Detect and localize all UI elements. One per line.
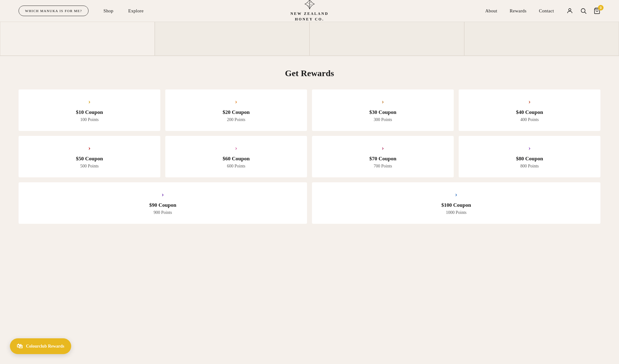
reward-points-80: 800 Points bbox=[520, 164, 539, 169]
strip-card-1 bbox=[0, 22, 155, 56]
reward-arrow-10: › bbox=[88, 98, 90, 105]
reward-points-90: 900 Points bbox=[154, 210, 172, 215]
reward-arrow-60: › bbox=[235, 145, 237, 151]
colourclub-button[interactable]: 🛍 Colourclub Rewards bbox=[10, 338, 71, 354]
colourclub-icon: 🛍 bbox=[17, 343, 23, 350]
reward-card-70[interactable]: › $70 Coupon 700 Points bbox=[312, 136, 454, 177]
reward-arrow-20: › bbox=[235, 98, 237, 105]
reward-card-60[interactable]: › $60 Coupon 600 Points bbox=[165, 136, 307, 177]
logo-text: NEW ZEALANDHONEY CO. bbox=[290, 11, 328, 22]
reward-card-30[interactable]: › $30 Coupon 300 Points bbox=[312, 89, 454, 131]
nav-rewards[interactable]: Rewards bbox=[510, 8, 527, 14]
reward-card-80[interactable]: › $80 Coupon 800 Points bbox=[459, 136, 600, 177]
reward-title-10: $10 Coupon bbox=[76, 109, 103, 115]
nav-shop[interactable]: Shop bbox=[103, 8, 113, 14]
strip-card-2 bbox=[155, 22, 310, 56]
cart-badge: 0 bbox=[598, 5, 604, 11]
svg-point-1 bbox=[581, 9, 585, 13]
reward-arrow-80: › bbox=[528, 145, 530, 151]
reward-points-30: 300 Points bbox=[374, 117, 392, 122]
account-button[interactable] bbox=[566, 7, 573, 14]
top-strip bbox=[0, 22, 619, 56]
nav-contact[interactable]: Contact bbox=[539, 8, 554, 14]
reward-arrow-70: › bbox=[382, 145, 384, 151]
reward-points-100: 1000 Points bbox=[446, 210, 467, 215]
colourclub-label: Colourclub Rewards bbox=[26, 344, 64, 349]
rewards-row-1: › $10 Coupon 100 Points › $20 Coupon 200… bbox=[19, 89, 600, 131]
nav-explore[interactable]: Explore bbox=[128, 8, 144, 14]
navbar: WHICH MANUKA IS FOR ME? Shop Explore NEW… bbox=[0, 0, 619, 22]
reward-card-50[interactable]: › $50 Coupon 500 Points bbox=[19, 136, 160, 177]
account-icon bbox=[566, 7, 573, 14]
reward-points-50: 500 Points bbox=[80, 164, 99, 169]
reward-card-40[interactable]: › $40 Coupon 400 Points bbox=[459, 89, 600, 131]
reward-card-90[interactable]: › $90 Coupon 900 Points bbox=[19, 182, 307, 224]
rewards-row-2: › $50 Coupon 500 Points › $60 Coupon 600… bbox=[19, 136, 600, 177]
reward-card-100[interactable]: › $100 Coupon 1000 Points bbox=[312, 182, 600, 224]
strip-card-3 bbox=[310, 22, 464, 56]
reward-title-80: $80 Coupon bbox=[516, 156, 543, 162]
svg-line-2 bbox=[585, 12, 586, 14]
reward-title-30: $30 Coupon bbox=[369, 109, 396, 115]
reward-points-70: 700 Points bbox=[374, 164, 392, 169]
reward-arrow-100: › bbox=[455, 191, 457, 198]
reward-arrow-40: › bbox=[528, 98, 530, 105]
reward-arrow-50: › bbox=[88, 145, 90, 151]
nav-icons: 0 bbox=[566, 7, 600, 14]
reward-title-60: $60 Coupon bbox=[223, 156, 249, 162]
reward-card-10[interactable]: › $10 Coupon 100 Points bbox=[19, 89, 160, 131]
fern-icon bbox=[303, 0, 316, 10]
cart-button[interactable]: 0 bbox=[594, 7, 600, 14]
nav-left: WHICH MANUKA IS FOR ME? Shop Explore bbox=[19, 6, 144, 16]
main-content: Get Rewards › $10 Coupon 100 Points › $2… bbox=[0, 68, 619, 249]
reward-title-70: $70 Coupon bbox=[369, 156, 396, 162]
reward-points-10: 100 Points bbox=[80, 117, 99, 122]
reward-card-20[interactable]: › $20 Coupon 200 Points bbox=[165, 89, 307, 131]
search-icon bbox=[580, 7, 587, 14]
nav-right: About Rewards Contact bbox=[485, 7, 600, 14]
reward-title-100: $100 Coupon bbox=[441, 202, 471, 208]
reward-points-60: 600 Points bbox=[227, 164, 245, 169]
reward-arrow-90: › bbox=[162, 191, 164, 198]
svg-point-0 bbox=[569, 9, 571, 11]
rewards-row-3: › $90 Coupon 900 Points › $100 Coupon 10… bbox=[19, 182, 600, 224]
reward-title-90: $90 Coupon bbox=[149, 202, 176, 208]
reward-title-40: $40 Coupon bbox=[516, 109, 543, 115]
nav-about[interactable]: About bbox=[485, 8, 497, 14]
strip-card-4 bbox=[464, 22, 619, 56]
reward-points-20: 200 Points bbox=[227, 117, 245, 122]
reward-arrow-30: › bbox=[382, 98, 384, 105]
reward-title-20: $20 Coupon bbox=[223, 109, 249, 115]
reward-title-50: $50 Coupon bbox=[76, 156, 103, 162]
search-button[interactable] bbox=[580, 7, 587, 14]
section-title: Get Rewards bbox=[19, 68, 600, 78]
reward-points-40: 400 Points bbox=[520, 117, 539, 122]
logo[interactable]: NEW ZEALANDHONEY CO. bbox=[290, 0, 328, 22]
quiz-button[interactable]: WHICH MANUKA IS FOR ME? bbox=[19, 6, 89, 16]
section-divider bbox=[0, 56, 619, 56]
